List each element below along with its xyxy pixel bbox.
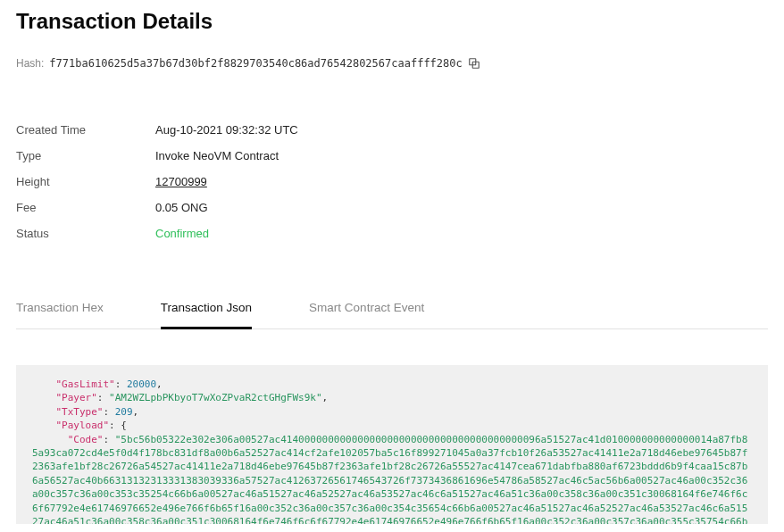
type-value: Invoke NeoVM Contract <box>155 149 279 162</box>
status-label: Status <box>16 227 155 240</box>
tab-transaction-hex[interactable]: Transaction Hex <box>16 295 104 328</box>
type-label: Type <box>16 149 155 162</box>
hash-label: Hash: <box>16 57 44 70</box>
hash-value: f771ba610625d5a37b67d30bf2f8829703540c86… <box>49 57 462 70</box>
tab-smart-contract-event[interactable]: Smart Contract Event <box>309 295 424 328</box>
height-value[interactable]: 12700999 <box>155 175 207 188</box>
status-value: Confirmed <box>155 227 209 240</box>
created-time-label: Created Time <box>16 123 155 137</box>
tabs: Transaction Hex Transaction Json Smart C… <box>16 295 768 329</box>
fee-value: 0.05 ONG <box>155 201 208 214</box>
meta-table: Created Time Aug-10-2021 09:32:32 UTC Ty… <box>16 123 768 240</box>
created-time-value: Aug-10-2021 09:32:32 UTC <box>155 123 298 137</box>
json-content: "GasLimit": 20000, "Payer": "AM2WZLpbPKb… <box>16 365 768 524</box>
height-label: Height <box>16 175 155 188</box>
hash-row: Hash: f771ba610625d5a37b67d30bf2f8829703… <box>16 57 768 70</box>
tab-transaction-json[interactable]: Transaction Json <box>161 295 252 328</box>
page-title: Transaction Details <box>16 9 768 34</box>
fee-label: Fee <box>16 201 155 214</box>
copy-icon[interactable] <box>468 57 480 70</box>
